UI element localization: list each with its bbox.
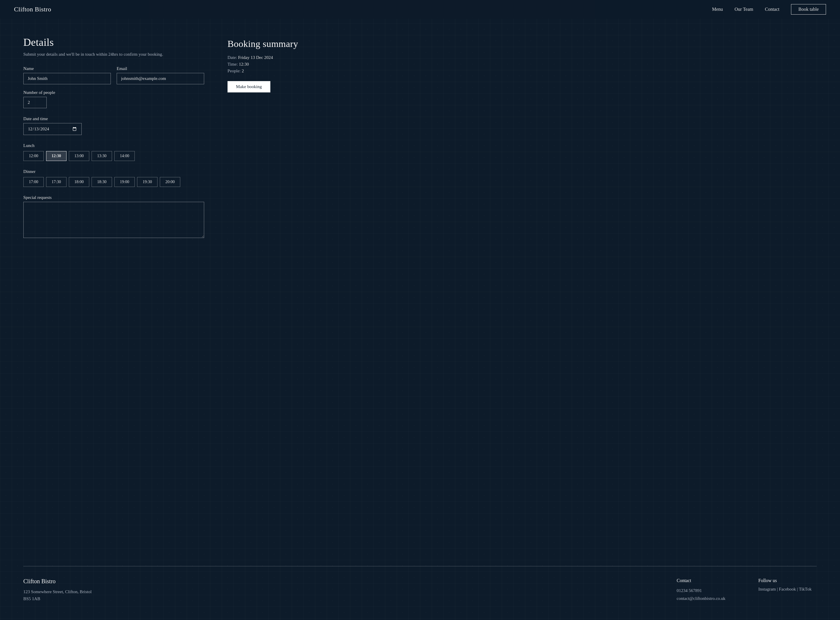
main-content: Details Submit your details and we'll be… (0, 19, 408, 256)
nav-contact-link[interactable]: Contact (765, 7, 779, 12)
summary-people: People: 2 (227, 69, 327, 74)
special-requests-input[interactable] (23, 202, 204, 238)
nav-menu-link[interactable]: Menu (712, 7, 723, 12)
summary-date: Date: Friday 13 Dec 2024 (227, 55, 327, 60)
footer-phone: 01234 567891 (677, 587, 735, 594)
summary-time: Time: 12:30 (227, 62, 327, 67)
lunch-slot-1200[interactable]: 12:00 (23, 151, 44, 161)
footer-brand: Clifton Bistro 123 Somewhere Street, Cli… (23, 578, 653, 602)
details-subtitle: Submit your details and we'll be in touc… (23, 52, 204, 57)
dinner-slot-1800[interactable]: 18:00 (69, 177, 89, 187)
lunch-time-slots: 12:00 12:30 13:00 13:30 14:00 (23, 151, 204, 161)
navbar: Clifton Bistro Menu Our Team Contact Boo… (0, 0, 840, 19)
footer-email: contact@cliftonbistro.co.uk (677, 594, 735, 602)
special-requests-group: Special requests (23, 195, 204, 238)
dinner-time-slots: 17:00 17:30 18:00 18:30 19:00 19:30 20:0… (23, 177, 204, 187)
lunch-slot-1300[interactable]: 13:00 (69, 151, 89, 161)
dinner-slot-1900[interactable]: 19:00 (114, 177, 135, 187)
footer-address-line1: 123 Somewhere Street, Clifton, Bristol (23, 589, 92, 594)
nav-logo[interactable]: Clifton Bistro (14, 6, 51, 13)
people-input[interactable] (23, 97, 47, 108)
dinner-slot-1930[interactable]: 19:30 (137, 177, 158, 187)
lunch-slot-1400[interactable]: 14:00 (114, 151, 135, 161)
nav-team-link[interactable]: Our Team (735, 7, 753, 12)
nav-book-button[interactable]: Book table (791, 4, 826, 15)
summary-time-label: Time: (227, 62, 238, 66)
make-booking-button[interactable]: Make booking (227, 81, 270, 92)
nav-links: Menu Our Team Contact Book table (712, 4, 826, 15)
summary-date-label: Date: (227, 55, 237, 60)
lunch-label: Lunch (23, 143, 204, 148)
date-group: Date and time (23, 116, 204, 135)
footer-follow-section: Follow us Instagram | Facebook | TikTok (758, 578, 817, 592)
dinner-section: Dinner 17:00 17:30 18:00 18:30 19:00 19:… (23, 169, 204, 187)
footer-follow-title: Follow us (758, 578, 817, 583)
lunch-slot-1230[interactable]: 12:30 (46, 151, 66, 161)
name-email-row: Name Email (23, 66, 204, 84)
footer-contact-title: Contact (677, 578, 735, 583)
booking-summary: Booking summary Date: Friday 13 Dec 2024… (227, 36, 327, 238)
footer-divider (23, 566, 817, 566)
email-group: Email (117, 66, 204, 84)
lunch-slot-1330[interactable]: 13:30 (92, 151, 112, 161)
date-label: Date and time (23, 116, 204, 121)
dinner-slot-1830[interactable]: 18:30 (92, 177, 112, 187)
details-section: Details Submit your details and we'll be… (23, 36, 204, 238)
footer-content: Clifton Bistro 123 Somewhere Street, Cli… (23, 578, 817, 602)
footer-address-line2: BS5 1AB (23, 596, 40, 601)
footer: Clifton Bistro 123 Somewhere Street, Cli… (0, 566, 840, 620)
people-group: Number of people (23, 90, 204, 108)
name-input[interactable] (23, 73, 111, 84)
dinner-label: Dinner (23, 169, 204, 174)
summary-people-value: 2 (242, 69, 244, 73)
special-label: Special requests (23, 195, 204, 200)
dinner-slot-2000[interactable]: 20:00 (160, 177, 180, 187)
summary-title: Booking summary (227, 39, 327, 49)
date-input[interactable] (23, 123, 82, 135)
footer-address: 123 Somewhere Street, Clifton, Bristol B… (23, 588, 653, 602)
footer-social-links: Instagram | Facebook | TikTok (758, 587, 817, 592)
email-input[interactable] (117, 73, 204, 84)
footer-logo: Clifton Bistro (23, 578, 653, 585)
footer-contact-section: Contact 01234 567891 contact@cliftonbist… (677, 578, 735, 602)
lunch-section: Lunch 12:00 12:30 13:00 13:30 14:00 (23, 143, 204, 161)
summary-time-value: 12:30 (239, 62, 249, 66)
email-label: Email (117, 66, 204, 71)
name-group: Name (23, 66, 111, 84)
name-label: Name (23, 66, 111, 71)
dinner-slot-1700[interactable]: 17:00 (23, 177, 44, 187)
summary-people-label: People: (227, 69, 241, 73)
datetime-section: Date and time (23, 116, 204, 135)
summary-date-value: Friday 13 Dec 2024 (238, 55, 273, 60)
people-label: Number of people (23, 90, 204, 95)
details-title: Details (23, 36, 204, 48)
dinner-slot-1730[interactable]: 17:30 (46, 177, 66, 187)
